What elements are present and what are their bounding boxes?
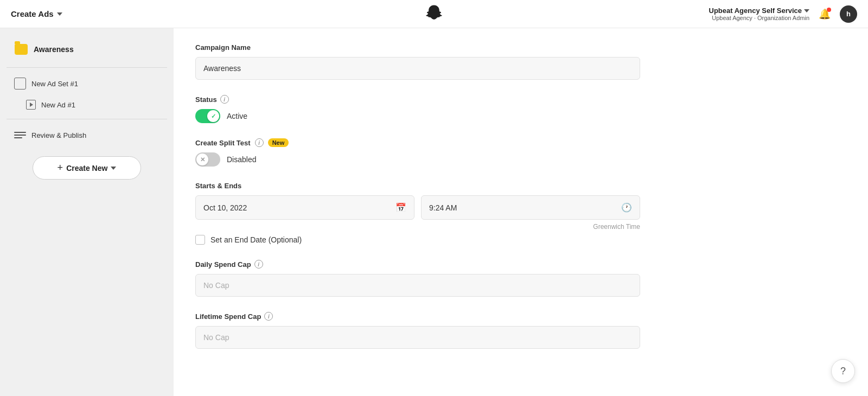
starts-ends-label: Starts & Ends [195, 182, 846, 190]
split-test-new-badge: New [268, 138, 289, 147]
help-button[interactable]: ? [831, 359, 855, 383]
daily-spend-cap-input[interactable] [195, 274, 640, 297]
split-test-info-icon[interactable]: i [255, 138, 264, 147]
sidebar-item-adset[interactable]: New Ad Set #1 [7, 73, 167, 94]
create-ads-chevron-icon [57, 12, 62, 16]
account-name: Upbeat Agency Self Service [709, 7, 809, 15]
time-value: 9:24 AM [429, 203, 457, 212]
end-date-row: Set an End Date (Optional) [195, 235, 846, 245]
sidebar: Awareness New Ad Set #1 New Ad #1 Review… [0, 28, 174, 396]
campaign-name-label: Campaign Name [195, 43, 846, 52]
split-test-label-row: Create Split Test i New [195, 138, 289, 147]
split-test-disabled-label: Disabled [227, 155, 256, 164]
campaign-name-input[interactable] [195, 57, 640, 80]
split-test-toggle-thumb: ✕ [196, 154, 208, 165]
status-group: Status i ✓ Active [195, 95, 846, 123]
daily-spend-info-icon[interactable]: i [254, 260, 263, 269]
calendar-icon: 📅 [395, 202, 406, 213]
create-ads-menu[interactable]: Create Ads [11, 9, 62, 18]
date-input[interactable]: Oct 10, 2022 📅 [195, 195, 414, 220]
end-date-label: Set an End Date (Optional) [210, 235, 302, 244]
end-date-checkbox[interactable] [195, 235, 205, 245]
starts-ends-group: Starts & Ends Oct 10, 2022 📅 9:24 AM 🕐 G… [195, 182, 846, 245]
split-test-group: Create Split Test i New ✕ Disabled [195, 138, 846, 167]
help-icon: ? [840, 366, 846, 377]
status-toggle-thumb: ✓ [207, 110, 219, 122]
lifetime-spend-info-icon[interactable]: i [264, 312, 273, 321]
split-test-toggle[interactable]: ✕ [195, 152, 220, 167]
plus-icon: + [58, 162, 63, 174]
split-test-label: Create Split Test i New [195, 138, 846, 147]
notification-dot [827, 8, 831, 12]
avatar[interactable]: h [840, 5, 857, 23]
create-new-chevron-icon [111, 167, 116, 170]
time-input[interactable]: 9:24 AM 🕐 [421, 195, 640, 220]
folder-icon [14, 42, 28, 56]
account-info[interactable]: Upbeat Agency Self Service Upbeat Agency… [709, 7, 809, 21]
status-active-label: Active [227, 112, 247, 120]
campaign-name-group: Campaign Name [195, 43, 846, 80]
lifetime-spend-cap-input[interactable] [195, 326, 640, 349]
account-chevron-icon [804, 9, 809, 12]
sidebar-divider-1 [7, 67, 167, 68]
ad-play-icon [26, 100, 36, 110]
notifications-bell[interactable]: 🔔 [817, 7, 832, 22]
timezone-label: Greenwich Time [195, 223, 640, 231]
lifetime-spend-cap-label: Lifetime Spend Cap i [195, 312, 846, 321]
sidebar-campaign-label: Awareness [34, 45, 74, 54]
sidebar-item-campaign[interactable]: Awareness [7, 37, 167, 62]
sidebar-item-ad[interactable]: New Ad #1 [7, 96, 167, 113]
clock-icon: 🕐 [621, 202, 632, 213]
topnav-right: Upbeat Agency Self Service Upbeat Agency… [709, 5, 857, 23]
sidebar-ad-label: New Ad #1 [41, 101, 75, 109]
daily-spend-cap-group: Daily Spend Cap i [195, 260, 846, 297]
snapchat-logo [424, 3, 444, 25]
sidebar-item-review[interactable]: Review & Publish [7, 125, 167, 145]
main-layout: Awareness New Ad Set #1 New Ad #1 Review… [0, 28, 868, 396]
sidebar-adset-label: New Ad Set #1 [31, 80, 78, 88]
datetime-row: Oct 10, 2022 📅 9:24 AM 🕐 [195, 195, 640, 220]
status-toggle-row: ✓ Active [195, 109, 846, 123]
topnav: Create Ads Upbeat Agency Self Service Up… [0, 0, 868, 28]
create-new-button[interactable]: + Create New [33, 156, 141, 180]
sidebar-divider-2 [7, 119, 167, 119]
sidebar-review-label: Review & Publish [31, 131, 86, 139]
create-new-label: Create New [66, 164, 107, 173]
review-list-icon [14, 129, 26, 141]
lifetime-spend-cap-group: Lifetime Spend Cap i [195, 312, 846, 349]
form-panel: Campaign Name Status i ✓ Active [174, 28, 868, 396]
account-sub: Upbeat Agency · Organization Admin [709, 15, 809, 21]
date-value: Oct 10, 2022 [203, 203, 247, 212]
adset-grid-icon [14, 78, 26, 90]
create-ads-label: Create Ads [11, 9, 54, 18]
split-test-toggle-row: ✕ Disabled [195, 152, 846, 167]
daily-spend-cap-label: Daily Spend Cap i [195, 260, 846, 269]
status-info-icon[interactable]: i [220, 95, 229, 104]
status-toggle[interactable]: ✓ [195, 109, 220, 123]
content-area: Campaign Name Status i ✓ Active [174, 28, 868, 396]
status-label: Status i [195, 95, 846, 104]
